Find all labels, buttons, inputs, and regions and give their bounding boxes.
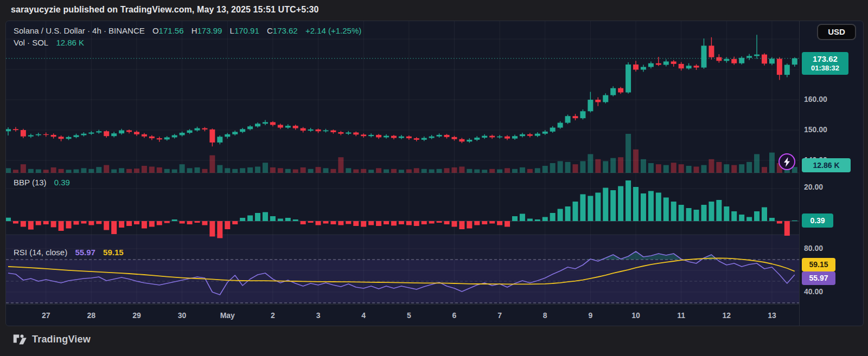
symbol-legend[interactable]: Solana / U.S. Dollar · 4h · BINANCE O171… xyxy=(14,26,361,35)
tradingview-mark-icon xyxy=(13,334,28,345)
rsi-tick-40: 40.00 xyxy=(804,287,823,296)
bbp-value: 0.39 xyxy=(54,178,70,187)
currency-toggle-button[interactable]: USD xyxy=(817,24,856,40)
attribution-bar: sarayucyzie published on TradingView.com… xyxy=(0,0,868,21)
time-axis-label: 28 xyxy=(79,311,103,320)
time-axis-label: 4 xyxy=(352,311,375,320)
price-scale[interactable]: USD 173.62 01:38:32 160.00 150.00 140.00… xyxy=(799,21,864,326)
volume-legend[interactable]: Vol · SOL 12.86 K xyxy=(14,38,84,47)
time-axis-label: 12 xyxy=(714,311,738,320)
volume-badge: 12.86 K xyxy=(802,158,851,172)
rsi-value-badge: 55.97 xyxy=(802,271,835,285)
time-axis-label: 7 xyxy=(488,311,512,320)
tradingview-logo[interactable]: TradingView xyxy=(13,334,91,345)
rsi-ma-badge: 59.15 xyxy=(802,258,835,271)
time-axis-label: 30 xyxy=(170,311,194,320)
bbp-legend[interactable]: BBP (13) 0.39 xyxy=(14,178,70,187)
high-label: H xyxy=(192,26,197,35)
rsi-legend[interactable]: RSI (14, close) 55.97 59.15 xyxy=(14,248,124,257)
time-axis-label: 9 xyxy=(578,311,602,320)
chart-canvas[interactable] xyxy=(6,21,799,304)
time-axis-label: 11 xyxy=(669,311,693,320)
open-value: 171.56 xyxy=(159,26,184,35)
page-footer: TradingView xyxy=(0,326,868,356)
time-axis-label: 6 xyxy=(442,311,466,320)
time-axis-label: 8 xyxy=(533,311,557,320)
change-value: +2.14 (+1.25%) xyxy=(305,26,361,35)
time-axis-label: 3 xyxy=(307,311,330,320)
time-axis-label: 29 xyxy=(125,311,149,320)
volume-label: Vol · SOL xyxy=(14,38,48,47)
time-axis-label: 2 xyxy=(261,311,285,320)
lightning-bolt-icon xyxy=(782,157,792,167)
open-label: O xyxy=(152,26,159,35)
last-price-value: 173.62 xyxy=(802,54,848,64)
chart-frame: Solana / U.S. Dollar · 4h · BINANCE O171… xyxy=(5,21,864,326)
volume-value: 12.86 K xyxy=(56,38,84,47)
attribution-text: sarayucyzie published on TradingView.com… xyxy=(11,5,319,15)
low-label: L xyxy=(230,26,234,35)
boost-button[interactable] xyxy=(778,153,795,170)
close-value: 173.62 xyxy=(273,26,298,35)
bbp-label: BBP (13) xyxy=(14,178,47,187)
bbp-tick-20: 20.00 xyxy=(804,183,823,191)
rsi-ma-value: 59.15 xyxy=(103,248,124,257)
bbp-value-badge: 0.39 xyxy=(802,213,833,228)
price-tick-160: 160.00 xyxy=(804,95,827,103)
time-axis-label: May xyxy=(215,311,239,320)
tradingview-logo-text: TradingView xyxy=(32,334,91,345)
high-value: 173.99 xyxy=(197,26,222,35)
time-axis-label: 27 xyxy=(34,311,58,320)
rsi-value: 55.97 xyxy=(75,248,95,257)
symbol-title: Solana / U.S. Dollar · 4h · BINANCE xyxy=(14,26,145,35)
time-axis[interactable]: 27282930May2345678910111213 xyxy=(6,304,799,326)
price-tick-150: 150.00 xyxy=(804,125,827,134)
time-axis-label: 5 xyxy=(397,311,421,320)
last-price-badge: 173.62 01:38:32 xyxy=(802,52,848,75)
time-axis-label: 13 xyxy=(760,311,784,320)
rsi-tick-80: 80.00 xyxy=(804,244,823,253)
close-label: C xyxy=(267,26,273,35)
low-value: 170.91 xyxy=(234,26,259,35)
rsi-label: RSI (14, close) xyxy=(14,248,67,257)
time-axis-label: 10 xyxy=(624,311,648,320)
bar-countdown: 01:38:32 xyxy=(802,64,848,73)
